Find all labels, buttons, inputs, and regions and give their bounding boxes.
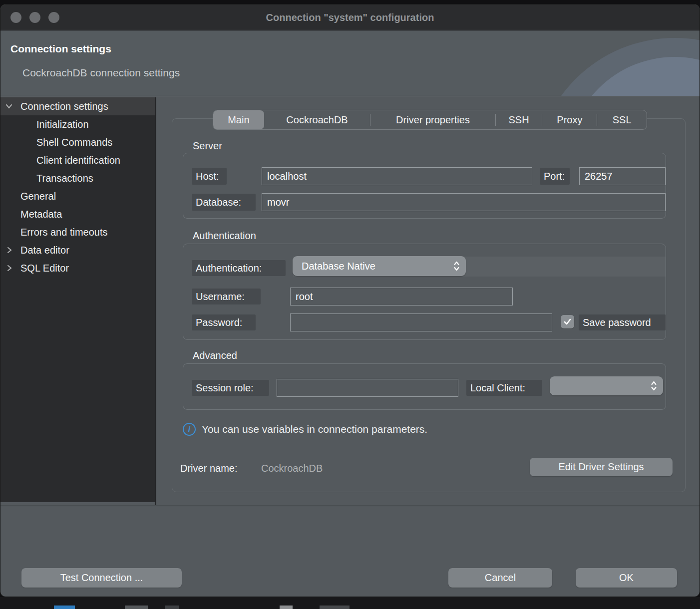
- sidebar-item-label: Metadata: [0, 209, 62, 220]
- tab-driver-properties[interactable]: Driver properties: [370, 110, 495, 129]
- window-title: Connection "system" configuration: [0, 4, 700, 30]
- advanced-section-label: Advanced: [193, 350, 237, 361]
- variables-hint-text: You can use variables in connection para…: [202, 423, 427, 435]
- content-footer-divider: [0, 505, 700, 506]
- tab-proxy[interactable]: Proxy: [542, 110, 597, 129]
- host-input[interactable]: [262, 167, 532, 185]
- sidebar-item-label: Transactions: [0, 173, 93, 184]
- tab-cockroachdb[interactable]: CockroachDB: [264, 110, 370, 129]
- titlebar[interactable]: Connection "system" configuration: [0, 4, 700, 30]
- port-input[interactable]: [579, 167, 666, 185]
- screen: Connection "system" configuration Connec…: [0, 0, 700, 609]
- sidebar-item-sql-editor[interactable]: SQL Editor: [0, 259, 155, 277]
- sidebar-item-data-editor[interactable]: Data editor: [0, 241, 155, 259]
- cancel-button[interactable]: Cancel: [448, 568, 552, 588]
- driver-name-value: CockroachDB: [261, 463, 323, 474]
- sidebar-item-initialization[interactable]: Initialization: [0, 115, 155, 133]
- connection-tabbar: Main CockroachDB Driver properties SSH P…: [213, 110, 647, 130]
- edit-driver-settings-button[interactable]: Edit Driver Settings: [530, 458, 673, 476]
- checkmark-icon: [563, 317, 572, 326]
- sidebar-item-label: Client identification: [0, 155, 120, 166]
- underlying-window-fragment: [280, 606, 293, 609]
- driver-name-label: Driver name:: [180, 463, 237, 474]
- tab-ssh[interactable]: SSH: [496, 110, 542, 129]
- sidebar-item-label: Initialization: [0, 119, 89, 130]
- authentication-select[interactable]: Database Native: [293, 256, 466, 276]
- sidebar-item-label: Errors and timeouts: [0, 227, 108, 238]
- header-banner: Connection settings CockroachDB connecti…: [0, 31, 700, 96]
- sidebar-item-general[interactable]: General: [0, 187, 155, 205]
- page-title: Connection settings: [10, 43, 111, 55]
- session-role-label: Session role:: [192, 380, 269, 396]
- password-label: Password:: [192, 314, 256, 330]
- database-input[interactable]: [262, 193, 666, 211]
- username-label: Username:: [192, 289, 261, 304]
- local-client-label: Local Client:: [466, 380, 542, 396]
- sidebar-content-divider: [155, 97, 156, 505]
- tab-main[interactable]: Main: [213, 110, 264, 129]
- sidebar-item-transactions[interactable]: Transactions: [0, 169, 155, 187]
- sidebar-item-label: General: [0, 191, 56, 202]
- sidebar-item-shell-commands[interactable]: Shell Commands: [0, 133, 155, 151]
- settings-tree-sidebar: Connection settings Initialization Shell…: [0, 97, 155, 502]
- username-input[interactable]: [290, 288, 513, 305]
- underlying-window-fragment: [320, 606, 350, 609]
- database-label: Database:: [192, 194, 256, 211]
- sidebar-item-label: Connection settings: [0, 101, 108, 112]
- authentication-label: Authentication:: [192, 260, 286, 276]
- save-password-checkbox[interactable]: [561, 315, 574, 328]
- info-icon: i: [183, 423, 196, 436]
- chevron-right-icon[interactable]: [5, 246, 13, 254]
- ok-button[interactable]: OK: [576, 568, 677, 588]
- session-role-input[interactable]: [277, 379, 458, 397]
- sidebar-item-client-identification[interactable]: Client identification: [0, 151, 155, 169]
- tab-ssl[interactable]: SSL: [597, 110, 647, 129]
- authentication-select-value: Database Native: [302, 261, 375, 272]
- select-updown-icon: [651, 380, 657, 392]
- port-label: Port:: [540, 168, 570, 185]
- server-section-label: Server: [193, 140, 222, 152]
- authentication-section-label: Authentication: [193, 230, 256, 242]
- sidebar-item-errors-and-timeouts[interactable]: Errors and timeouts: [0, 223, 155, 241]
- underlying-window-fragment: [165, 606, 179, 609]
- password-input[interactable]: [290, 313, 552, 331]
- page-subtitle: CockroachDB connection settings: [22, 67, 180, 79]
- underlying-window-fragment: [54, 606, 75, 609]
- local-client-select[interactable]: [550, 376, 663, 395]
- connection-configuration-dialog: Connection "system" configuration Connec…: [0, 4, 700, 597]
- host-label: Host:: [192, 168, 227, 185]
- select-updown-icon: [453, 260, 460, 272]
- underlying-desktop-strip: [0, 597, 700, 609]
- sidebar-item-label: Shell Commands: [0, 137, 112, 148]
- chevron-down-icon[interactable]: [5, 102, 13, 110]
- sidebar-item-connection-settings[interactable]: Connection settings: [0, 97, 155, 115]
- sidebar-item-metadata[interactable]: Metadata: [0, 205, 155, 223]
- test-connection-button[interactable]: Test Connection ...: [21, 568, 182, 588]
- save-password-label[interactable]: Save password: [579, 314, 666, 330]
- chevron-right-icon[interactable]: [5, 264, 13, 272]
- underlying-window-fragment: [125, 606, 148, 609]
